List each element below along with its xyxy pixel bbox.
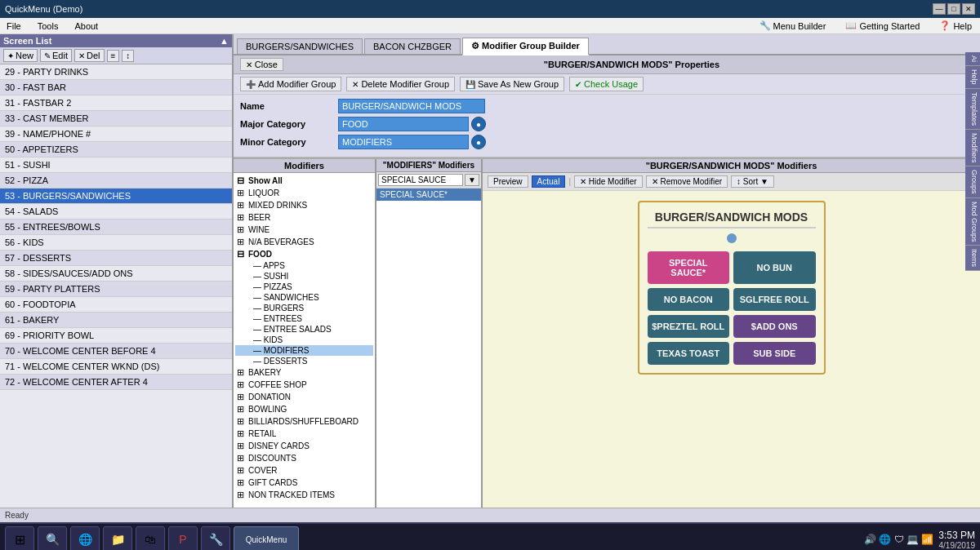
sort-button[interactable]: ↕ Sort ▼	[731, 175, 774, 188]
screen-item[interactable]: 60 - FOODTOPIA	[0, 297, 232, 313]
screen-item[interactable]: 59 - PARTY PLATTERS	[0, 282, 232, 297]
tree-item[interactable]: ⊞ MIXED DRINKS	[235, 199, 373, 211]
menu-tools[interactable]: Tools	[34, 20, 62, 33]
tree-item[interactable]: ⊞ N/A BEVERAGES	[235, 236, 373, 248]
hide-modifier-button[interactable]: ✕ Hide Modifier	[574, 175, 643, 188]
side-label-modifiers[interactable]: Modifiers	[965, 130, 980, 167]
no-bun-button[interactable]: NO BUN	[733, 251, 816, 284]
screen-item[interactable]: 57 - DESSERTS	[0, 251, 232, 266]
screen-item[interactable]: 52 - PIZZA	[0, 173, 232, 189]
search-taskbar-button[interactable]: 🔍	[38, 526, 67, 550]
app-button[interactable]: 🔧	[201, 526, 230, 550]
side-label-help[interactable]: Help	[965, 66, 980, 89]
tree-child-item-modifiers[interactable]: — MODIFIERS	[235, 345, 373, 356]
quickmenu-taskbar[interactable]: QuickMenu	[234, 526, 299, 550]
add-modifier-group-button[interactable]: ➕ Add Modifier Group	[240, 77, 341, 91]
tree-item[interactable]: ⊞ DISCOUNTS	[235, 452, 373, 464]
tree-item[interactable]: ⊞ GIFT CARDS	[235, 477, 373, 489]
preview-button[interactable]: Preview	[488, 175, 528, 188]
tree-child-item[interactable]: — APPS	[235, 260, 373, 271]
tree-child-item[interactable]: — BURGERS	[235, 303, 373, 313]
close-window-button[interactable]: ✕	[962, 3, 975, 15]
screen-item[interactable]: 29 - PARTY DRINKS	[0, 64, 232, 80]
ppt-button[interactable]: P	[168, 526, 198, 550]
screen-item[interactable]: 30 - FAST BAR	[0, 80, 232, 95]
tree-child-item[interactable]: — SUSHI	[235, 271, 373, 282]
screen-item[interactable]: 71 - WELCOME CENTER WKND (DS)	[0, 359, 232, 375]
modifier-search-input[interactable]	[378, 174, 463, 186]
screen-item[interactable]: 69 - PRIORITY BOWL	[0, 328, 232, 344]
tree-item[interactable]: ⊞ BEER	[235, 211, 373, 224]
check-usage-button[interactable]: ✔ Check Usage	[569, 77, 644, 91]
side-label-ai[interactable]: Ai	[965, 52, 980, 66]
help-link[interactable]: ❓ Help	[934, 19, 977, 33]
maximize-button[interactable]: □	[947, 3, 960, 15]
list-view-button[interactable]: ≡	[107, 50, 120, 62]
tree-item[interactable]: ⊞ DONATION	[235, 391, 373, 403]
actual-button[interactable]: Actual	[532, 175, 566, 188]
tree-show-all[interactable]: ⊟ Show All	[235, 175, 373, 187]
texas-toast-button[interactable]: TEXAS TOAST	[648, 342, 730, 365]
name-input[interactable]: BURGER/SANDWICH MODS	[338, 99, 485, 113]
tree-child-item[interactable]: — DESSERTS	[235, 356, 373, 366]
screen-item-selected[interactable]: 53 - BURGERS/SANDWICHES	[0, 189, 232, 204]
sort-button[interactable]: ↕	[122, 50, 134, 62]
tree-item[interactable]: ⊞ WINE	[235, 224, 373, 236]
tab-modifier-group-builder[interactable]: ⚙ Modifier Group Builder	[462, 38, 589, 55]
tab-bacon-chzbger[interactable]: BACON CHZBGER	[364, 38, 461, 54]
ie-button[interactable]: 🌐	[70, 526, 100, 550]
sglfree-roll-button[interactable]: SGLFREE ROLL	[733, 288, 816, 311]
tree-item[interactable]: ⊞ COFFEE SHOP	[235, 379, 373, 391]
special-sauce-button[interactable]: SPECIAL SAUCE*	[648, 251, 730, 284]
tab-burgers-sandwiches[interactable]: BURGERS/SANDWICHES	[237, 38, 363, 54]
add-ons-button[interactable]: $ADD ONS	[733, 315, 816, 338]
screen-item[interactable]: 50 - APPETIZERS	[0, 142, 232, 157]
tree-item[interactable]: ⊞ NON TRACKED ITEMS	[235, 489, 373, 501]
screen-item[interactable]: 33 - CAST MEMBER	[0, 111, 232, 126]
new-screen-button[interactable]: ✦ New	[3, 49, 38, 62]
tree-child-item[interactable]: — ENTREE SALADS	[235, 324, 373, 335]
modifier-item-selected[interactable]: SPECIAL SAUCE*	[376, 189, 481, 201]
screen-item[interactable]: 70 - WELCOME CENTER BEFORE 4	[0, 344, 232, 359]
screen-item[interactable]: 56 - KIDS	[0, 235, 232, 251]
screen-list-collapse[interactable]: ▲	[220, 36, 229, 46]
major-category-dropdown[interactable]: FOOD	[338, 117, 469, 131]
minor-category-expand[interactable]: ●	[471, 135, 486, 149]
menu-file[interactable]: File	[3, 20, 24, 33]
start-button[interactable]: ⊞	[5, 526, 34, 550]
screen-item[interactable]: 55 - ENTREES/BOWLS	[0, 220, 232, 235]
side-label-mod-groups[interactable]: Mod Groups	[965, 198, 980, 246]
tree-item[interactable]: ⊞ BOWLING	[235, 403, 373, 415]
save-as-new-group-button[interactable]: 💾 Save As New Group	[460, 77, 564, 91]
delete-modifier-group-button[interactable]: ✕ Delete Modifier Group	[346, 77, 455, 91]
screen-item[interactable]: 31 - FASTBAR 2	[0, 95, 232, 111]
getting-started-link[interactable]: 📖 Getting Started	[840, 19, 924, 33]
tree-item[interactable]: ⊞ BAKERY	[235, 366, 373, 379]
screen-item[interactable]: 39 - NAME/PHONE #	[0, 126, 232, 142]
tree-item-food[interactable]: ⊟ FOOD	[235, 248, 373, 260]
tree-child-item[interactable]: — SANDWICHES	[235, 292, 373, 303]
tree-item[interactable]: ⊞ BILLIARDS/SHUFFLEBOARD	[235, 415, 373, 428]
store-button[interactable]: 🛍	[136, 526, 165, 550]
tree-item[interactable]: ⊞ COVER	[235, 464, 373, 477]
side-label-groups[interactable]: Groups	[965, 166, 980, 198]
del-screen-button[interactable]: ✕ Del	[74, 49, 105, 62]
minor-category-dropdown[interactable]: MODIFIERS	[338, 135, 469, 149]
screen-item[interactable]: 61 - BAKERY	[0, 313, 232, 328]
no-bacon-button[interactable]: NO BACON	[648, 288, 730, 311]
tree-child-item[interactable]: — KIDS	[235, 335, 373, 345]
screen-item[interactable]: 58 - SIDES/SAUCES/ADD ONS	[0, 266, 232, 282]
screen-item[interactable]: 54 - SALADS	[0, 204, 232, 220]
sub-side-button[interactable]: SUB SIDE	[733, 342, 816, 365]
remove-modifier-button[interactable]: ✕ Remove Modifier	[646, 175, 728, 188]
edit-screen-button[interactable]: ✎ Edit	[40, 49, 72, 62]
side-label-templates[interactable]: Templates	[965, 89, 980, 130]
screen-item[interactable]: 51 - SUSHI	[0, 157, 232, 173]
major-category-expand[interactable]: ●	[471, 117, 486, 131]
tree-child-item[interactable]: — PIZZAS	[235, 282, 373, 292]
menu-about[interactable]: About	[71, 20, 101, 33]
tree-item[interactable]: ⊞ RETAIL	[235, 428, 373, 440]
search-dropdown-btn[interactable]: ▼	[465, 174, 479, 186]
folder-button[interactable]: 📁	[103, 526, 132, 550]
close-button[interactable]: ✕ Close	[240, 58, 283, 71]
